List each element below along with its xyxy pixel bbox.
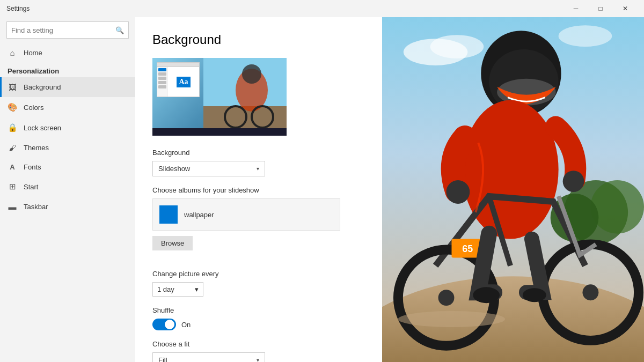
preview-taskbar: [152, 128, 287, 136]
bike-visual: [203, 58, 287, 136]
background-section-label: Background: [152, 149, 365, 157]
fit-label: Choose a fit: [152, 340, 365, 348]
svg-point-14: [462, 100, 558, 239]
preview-window-sidebar: [157, 67, 168, 97]
colors-icon: 🎨: [8, 102, 17, 112]
preview-window-titlebar: [157, 63, 199, 67]
shuffle-label: Shuffle: [152, 306, 365, 314]
svg-point-18: [582, 284, 598, 300]
sidebar-item-lock-label: Lock screen: [24, 124, 61, 132]
titlebar: Settings ─ □ ✕: [0, 0, 644, 17]
fit-dropdown-value: Fill: [158, 356, 167, 362]
toggle-state-label: On: [181, 321, 191, 329]
sidebar-item-background[interactable]: 🖼 Background: [0, 77, 135, 97]
background-dropdown-value: Slideshow: [158, 165, 190, 173]
svg-point-15: [447, 180, 470, 204]
fit-dropdown-arrow: ▾: [257, 357, 259, 362]
svg-point-9: [590, 180, 644, 234]
sidebar-item-colors-label: Colors: [24, 104, 44, 112]
fonts-icon: A: [8, 163, 17, 171]
themes-icon: 🖌: [8, 143, 17, 152]
albums-label: Choose albums for your slideshow: [152, 186, 365, 194]
preview-sidebar-item-2: [158, 72, 166, 76]
album-thumbnail: [159, 205, 178, 224]
change-picture-dropdown[interactable]: 1 day ▾: [152, 282, 203, 297]
sidebar: 🔍 ⌂ Home Personalization 🖼 Background 🎨 …: [0, 17, 135, 362]
svg-point-27: [430, 35, 484, 58]
preview-desktop: Aa: [152, 58, 287, 136]
fit-dropdown[interactable]: Fill ▾: [152, 352, 265, 362]
search-icon: 🔍: [115, 26, 124, 34]
change-picture-label: Change picture every: [152, 270, 365, 278]
window-title: Settings: [6, 5, 564, 12]
preview-sidebar-items: [157, 67, 167, 90]
maximize-button[interactable]: □: [588, 0, 613, 17]
preview-sidebar-item-1: [158, 68, 166, 71]
sidebar-item-background-label: Background: [24, 83, 61, 91]
svg-point-20: [438, 290, 455, 306]
svg-point-28: [559, 25, 612, 47]
preview-sidebar-item-4: [158, 81, 166, 84]
sidebar-item-themes-label: Themes: [24, 144, 49, 152]
sidebar-item-colors[interactable]: 🎨 Colors: [0, 97, 135, 117]
minimize-button[interactable]: ─: [564, 0, 588, 17]
preview-window-content: Aa: [168, 67, 199, 97]
search-input[interactable]: [11, 26, 115, 34]
toggle-knob: [165, 320, 174, 329]
window-controls: ─ □ ✕: [564, 0, 638, 17]
lock-icon: 🔒: [8, 123, 17, 132]
browse-button[interactable]: Browse: [152, 236, 193, 250]
preview-area: Aa: [152, 58, 287, 136]
background-icon: 🖼: [8, 83, 17, 92]
right-background: 65: [382, 17, 644, 362]
preview-window: Aa: [157, 62, 200, 97]
bike-svg: [203, 58, 287, 136]
preview-sidebar-item-5: [158, 85, 166, 88]
svg-point-3: [242, 64, 261, 84]
biker-svg: 65: [382, 17, 644, 362]
background-dropdown-arrow: ▾: [257, 166, 259, 172]
change-picture-arrow: ▾: [195, 285, 199, 293]
page-title: Background: [152, 32, 365, 47]
home-icon: ⌂: [8, 48, 17, 57]
shuffle-toggle[interactable]: [152, 319, 176, 330]
taskbar-icon: ▬: [8, 202, 17, 211]
sidebar-section-label: Personalization: [0, 63, 135, 77]
sidebar-item-home[interactable]: ⌂ Home: [0, 43, 135, 63]
shuffle-toggle-row: On: [152, 319, 365, 330]
start-icon: ⊞: [8, 182, 17, 191]
search-box[interactable]: 🔍: [6, 21, 129, 39]
svg-point-23: [473, 287, 500, 303]
background-dropdown[interactable]: Slideshow ▾: [152, 161, 265, 176]
sidebar-item-lock-screen[interactable]: 🔒 Lock screen: [0, 117, 135, 138]
svg-text:65: 65: [462, 243, 473, 254]
preview-aa-text: Aa: [177, 77, 190, 87]
svg-point-25: [398, 311, 505, 327]
sidebar-item-taskbar-label: Taskbar: [24, 203, 48, 211]
sidebar-item-start[interactable]: ⊞ Start: [0, 176, 135, 197]
sidebar-item-home-label: Home: [24, 49, 42, 57]
svg-point-16: [563, 171, 584, 192]
preview-sidebar-item-3: [158, 77, 166, 80]
main-content: Background: [135, 17, 382, 362]
sidebar-item-taskbar[interactable]: ▬ Taskbar: [0, 197, 135, 217]
sidebar-item-fonts-label: Fonts: [24, 163, 41, 171]
album-list: wallpaper: [152, 198, 340, 231]
preview-bike-image: [203, 58, 287, 136]
app-body: 🔍 ⌂ Home Personalization 🖼 Background 🎨 …: [0, 17, 644, 362]
sidebar-item-start-label: Start: [24, 183, 38, 191]
change-picture-value: 1 day: [157, 285, 174, 293]
svg-point-24: [523, 288, 546, 302]
close-button[interactable]: ✕: [613, 0, 638, 17]
album-name: wallpaper: [184, 211, 214, 219]
sidebar-item-fonts[interactable]: A Fonts: [0, 158, 135, 176]
album-item-wallpaper[interactable]: wallpaper: [157, 203, 335, 226]
sidebar-item-themes[interactable]: 🖌 Themes: [0, 138, 135, 158]
